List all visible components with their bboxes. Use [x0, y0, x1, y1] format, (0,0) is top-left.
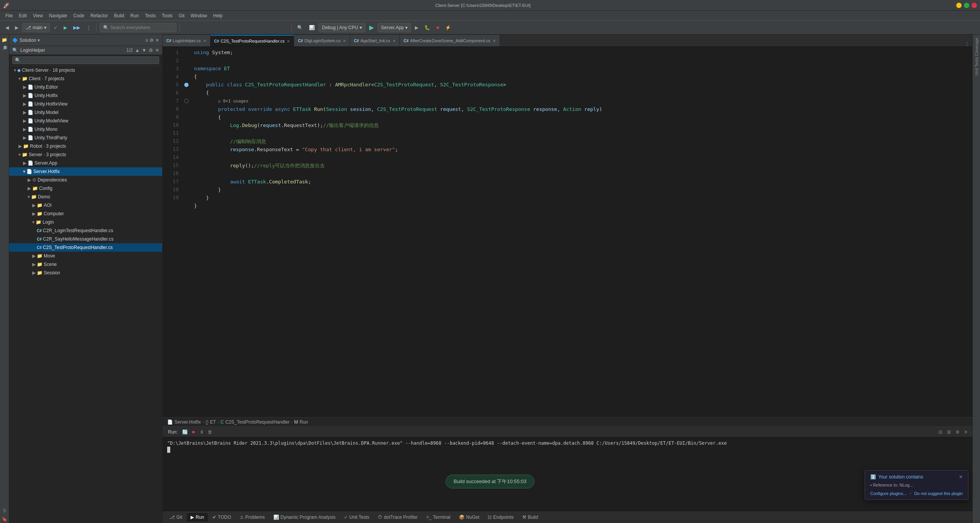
back-button[interactable]: ◀ — [3, 23, 11, 32]
settings-icon[interactable]: ⚙ — [150, 38, 154, 43]
run-trash-btn[interactable]: 🗑 — [207, 429, 214, 436]
run-stop-btn[interactable]: ■ — [190, 429, 197, 436]
notif-configure-btn[interactable]: Configure plugins... — [870, 491, 907, 496]
bookmarks-icon[interactable]: 🔖 — [1, 515, 8, 523]
debug-btn[interactable]: 🐛 — [422, 23, 432, 32]
menu-help[interactable]: Help — [210, 12, 226, 19]
menu-tests[interactable]: Tests — [142, 12, 159, 19]
gutter-run-icon-7[interactable]: ◯ — [184, 98, 189, 103]
tree-login[interactable]: ▾ 📁 Login — [9, 218, 162, 226]
bottom-tab-dpa[interactable]: 📊 Dynamic Program Analysis — [270, 513, 339, 521]
tree-unity-model[interactable]: ▶ 📄 Unity.Model — [9, 108, 162, 117]
menu-navigate[interactable]: Navigate — [46, 12, 70, 19]
split-horiz-btn[interactable]: ⊞ — [945, 429, 952, 436]
settings-bottom-btn[interactable]: ⚙ — [954, 429, 961, 436]
tree-server-app[interactable]: ▶ 📄 Server.App — [9, 159, 162, 167]
gutter-run-icon-5[interactable]: ⬤ — [184, 82, 189, 87]
branch-selector[interactable]: ⎇ main ▾ — [22, 23, 50, 32]
close-bottom-btn[interactable]: ✕ — [962, 429, 969, 436]
profile-btn[interactable]: 📊 — [307, 23, 317, 32]
tree-config[interactable]: ▶ 📁 Config — [9, 184, 162, 193]
profile-selector[interactable]: Server.App ▾ — [378, 23, 411, 32]
tree-unity-thirdparty[interactable]: ▶ 📄 Unity.ThirdParty — [9, 134, 162, 142]
tab-close-app[interactable]: ✕ — [393, 39, 396, 43]
tree-demo[interactable]: ▾ 📁 Demo — [9, 193, 162, 201]
menu-file[interactable]: File — [2, 12, 16, 19]
tree-dependencies[interactable]: ▶ ⚙ Dependencies — [9, 176, 162, 184]
tab-close-after[interactable]: ✕ — [493, 39, 496, 43]
code-content[interactable]: using System; namespace ET { public clas… — [191, 47, 972, 417]
tree-computer[interactable]: ▶ 📁 Computer — [9, 210, 162, 218]
tree-scene[interactable]: ▶ 📁 Scene — [9, 260, 162, 269]
tab-close-c2s[interactable]: ✕ — [287, 39, 290, 43]
tree-solution[interactable]: ▾ ◆ Client-Server · 18 projects — [9, 66, 162, 74]
menu-refactor[interactable]: Refactor — [87, 12, 111, 19]
prev-icon[interactable]: ▲ — [135, 48, 140, 53]
bottom-tab-endpoints[interactable]: ⊡ Endpoints — [484, 513, 517, 521]
build-btn-1[interactable]: ✓ — [51, 23, 60, 32]
bottom-tab-dottrace[interactable]: ⏱ dotTrace Profiler — [374, 513, 421, 521]
build-btn-3[interactable]: ▶▶ — [71, 23, 82, 32]
menu-edit[interactable]: Edit — [16, 12, 30, 19]
tree-server[interactable]: ▾ 📁 Server · 3 projects — [9, 150, 162, 159]
tab-close-dlg[interactable]: ✕ — [343, 39, 346, 43]
tabs-overflow-btn[interactable]: ⋮ — [962, 41, 972, 46]
tab-dlglogin[interactable]: C# DlgLoginSystem.cs ✕ — [294, 35, 350, 46]
menu-code[interactable]: Code — [70, 12, 87, 19]
run-restart-btn[interactable]: 🔄 — [181, 429, 188, 436]
notif-close-btn[interactable]: ✕ — [959, 474, 963, 480]
breadcrumb-class[interactable]: C2S_TestProtoRequestHandler — [225, 419, 289, 425]
tree-search-input[interactable] — [12, 56, 159, 64]
search-box[interactable]: 🔍 Search everywhere — [100, 23, 176, 32]
bottom-tab-todo[interactable]: ✔ TODO — [209, 513, 235, 521]
tree-aoi[interactable]: ▶ 📁 AOI — [9, 201, 162, 210]
tree-unity-hotfix[interactable]: ▶ 📄 Unity.Hotfix — [9, 91, 162, 100]
stop-btn[interactable]: ■ — [434, 23, 441, 32]
breadcrumb-file[interactable]: Server.Hotfix — [174, 419, 201, 425]
forward-button[interactable]: ▶ — [13, 23, 21, 32]
extra-1[interactable]: ⚡ — [443, 23, 453, 32]
tree-unity-modelview[interactable]: ▶ 📄 Unity.ModelView — [9, 117, 162, 125]
tree-move[interactable]: ▶ 📁 Move — [9, 252, 162, 260]
minimize-button[interactable] — [956, 3, 962, 8]
menu-view[interactable]: View — [30, 12, 46, 19]
more-btn[interactable]: ⋮ — [84, 23, 93, 32]
maximize-button[interactable] — [964, 3, 969, 8]
tree-unity-editor[interactable]: ▶ 📄 Unity.Editor — [9, 83, 162, 91]
notif-dismiss-btn[interactable]: Do not suggest this plugin — [914, 491, 963, 496]
tree-c2s-test[interactable]: C# C2S_TestProtoRequestHandler.cs — [9, 243, 162, 252]
close-panel-icon[interactable]: ✕ — [155, 38, 159, 43]
collapse-icon[interactable]: ≡ — [145, 38, 148, 43]
options-icon[interactable]: ⚙ — [149, 48, 153, 53]
run-play-btn[interactable]: ▶ — [367, 23, 376, 32]
split-vert-btn[interactable]: ⊟ — [937, 429, 944, 436]
explorer-icon[interactable]: 📁 — [1, 36, 8, 44]
run-config-btn[interactable]: ▶ — [413, 23, 421, 32]
tab-loginhelper[interactable]: C# LoginHelper.cs ✕ — [163, 35, 210, 46]
menu-tools[interactable]: Tools — [159, 12, 176, 19]
run-pause-btn[interactable]: ⏸ — [198, 429, 205, 436]
bottom-tab-run[interactable]: ▶ Run — [187, 513, 208, 521]
menu-run[interactable]: Run — [127, 12, 142, 19]
bottom-tab-unit[interactable]: ✓ Unit Tests — [340, 513, 373, 521]
bottom-tab-terminal[interactable]: >_ Terminal — [423, 513, 454, 521]
tab-close-loginhelper[interactable]: ✕ — [203, 39, 206, 43]
tree-c2r-hello[interactable]: C# C2R_SayHelloMessageHandler.cs — [9, 235, 162, 243]
inspect-btn[interactable]: 🔍 — [295, 23, 305, 32]
solution-dropdown-icon[interactable]: ▾ — [38, 38, 40, 43]
tree-unity-hotfixview[interactable]: ▶ 📄 Unity.HotfixView — [9, 100, 162, 108]
breadcrumb-method[interactable]: Run — [299, 419, 308, 425]
bottom-tab-problems[interactable]: ⚠ Problems — [236, 513, 269, 521]
build-btn-2[interactable]: ▶ — [61, 23, 69, 32]
tab-aftercreate[interactable]: C# AfterCreateZoneScene_AddComponent.cs … — [400, 35, 500, 46]
tab-appstart[interactable]: C# AppStart_Init.cs ✕ — [350, 35, 400, 46]
tree-session[interactable]: ▶ 📁 Session — [9, 269, 162, 277]
tree-robot[interactable]: ▶ 📁 Robot · 3 projects — [9, 142, 162, 150]
bottom-tab-git[interactable]: ⎇ Git — [166, 513, 186, 521]
close-button[interactable] — [972, 3, 977, 8]
tree-c2r-login[interactable]: C# C2R_LoginTestRequestHandler.cs — [9, 226, 162, 235]
tree-server-hotfix[interactable]: ▾ 📄 Server.Hotfix — [9, 167, 162, 176]
menu-build[interactable]: Build — [111, 12, 127, 19]
tree-unity-mono[interactable]: ▶ 📄 Unity.Mono — [9, 125, 162, 134]
tab-c2s-test[interactable]: C# C2S_TestProtoRequestHandler.cs ✕ — [210, 35, 294, 46]
